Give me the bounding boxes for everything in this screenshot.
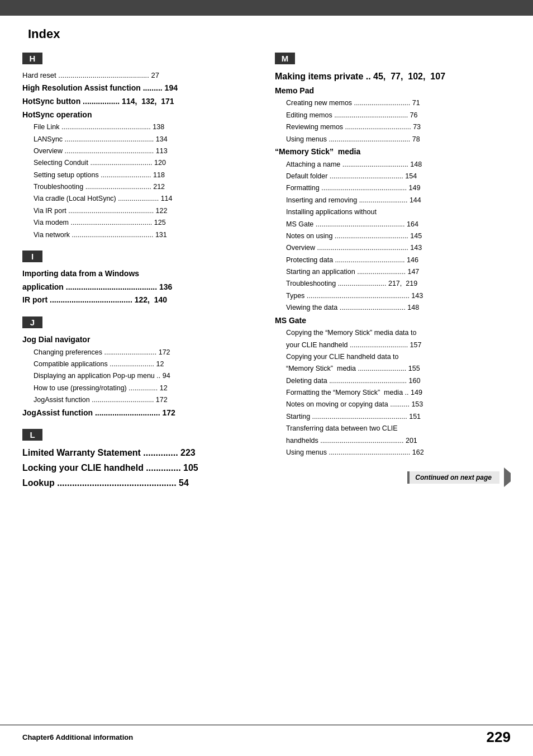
entry-copying-clie-2: “Memory Stick” media ...................… bbox=[275, 363, 511, 374]
section-header-l: L bbox=[22, 429, 42, 441]
entry-overview: Overview ...............................… bbox=[22, 146, 258, 157]
page-footer: Chapter6 Additional information 229 bbox=[0, 725, 533, 746]
chapter-desc: Additional information bbox=[54, 733, 133, 741]
entry-inserting-removing: Inserting and removing .................… bbox=[275, 195, 511, 206]
entry-ms-gate-main: MS Gate bbox=[275, 315, 511, 327]
entry-creating-memos: Creating new memos .....................… bbox=[275, 98, 511, 108]
entry-locking: Locking your CLIE handheld .............… bbox=[22, 461, 258, 475]
entry-starting-ms: Starting ...............................… bbox=[275, 412, 511, 422]
entry-limited-warranty: Limited Warranty Statement .............… bbox=[22, 446, 258, 460]
entry-troubleshooting-ms: Troubleshooting ........................… bbox=[275, 278, 511, 289]
entry-troubleshooting-h: Troubleshooting ........................… bbox=[22, 182, 258, 192]
entry-making-private: Making items private .. 45, 77, 102, 107 bbox=[275, 70, 511, 84]
entry-jogassist-main: JogAssist function .....................… bbox=[22, 407, 258, 419]
entry-hard-reset: Hard reset .............................… bbox=[22, 70, 258, 81]
entry-copying-ms-data-1: Copying the “Memory Stick” media data to bbox=[275, 328, 511, 338]
section-i: I Importing data from a Windows applicat… bbox=[22, 251, 258, 306]
entry-file-link: File Link ..............................… bbox=[22, 122, 258, 133]
section-header-h: H bbox=[22, 53, 42, 64]
entry-reviewing-memos: Reviewing memos ........................… bbox=[275, 122, 511, 133]
entry-importing-2: application ............................… bbox=[22, 281, 258, 294]
entry-formatting-ms: Formatting .............................… bbox=[275, 183, 511, 193]
top-bar bbox=[0, 0, 533, 16]
entry-copying-clie-1: Copying your CLIE handheld data to bbox=[275, 352, 511, 362]
entry-hotsync-op: HotSync operation bbox=[22, 109, 258, 121]
entry-memory-stick: “Memory Stick” media bbox=[275, 146, 511, 158]
entry-via-network: Via network ............................… bbox=[22, 230, 258, 240]
footer-page-number: 229 bbox=[487, 729, 511, 746]
entry-how-to-use: How to use (pressing/rotating) .........… bbox=[22, 383, 258, 394]
entry-via-ir: Via IR port ............................… bbox=[22, 206, 258, 216]
section-m: M Making items private .. 45, 77, 102, 1… bbox=[275, 53, 511, 484]
entry-selecting-conduit: Selecting Conduit ......................… bbox=[22, 158, 258, 168]
entry-protecting-data: Protecting data ........................… bbox=[275, 255, 511, 266]
entry-default-folder: Default folder .........................… bbox=[275, 171, 511, 182]
entry-installing-apps: Installing applications without bbox=[275, 207, 511, 218]
entry-transferring-2: handhelds ..............................… bbox=[275, 436, 511, 446]
section-header-j: J bbox=[22, 316, 42, 328]
section-j: J Jog Dial navigator Changing preference… bbox=[22, 316, 258, 419]
entry-attaching-name: Attaching a name .......................… bbox=[275, 159, 511, 170]
entry-memo-pad: Memo Pad bbox=[275, 85, 511, 97]
entry-using-menus-memo: Using menus ............................… bbox=[275, 134, 511, 145]
entry-lansync: LANSync ................................… bbox=[22, 134, 258, 145]
entry-jog-dial: Jog Dial navigator bbox=[22, 334, 258, 346]
continued-arrow bbox=[504, 467, 511, 487]
section-h: H Hard reset ...........................… bbox=[22, 53, 258, 240]
entry-jogassist-sub: JogAssist function .....................… bbox=[22, 395, 258, 405]
right-column: M Making items private .. 45, 77, 102, 1… bbox=[275, 53, 511, 500]
section-l: L Limited Warranty Statement ...........… bbox=[22, 429, 258, 490]
entry-types: Types ..................................… bbox=[275, 291, 511, 301]
entry-overview-ms: Overview ...............................… bbox=[275, 243, 511, 253]
entry-high-res: High Resolution Assist function ........… bbox=[22, 82, 258, 94]
page-title: Index bbox=[22, 27, 511, 41]
entry-setting-setup: Setting setup options ..................… bbox=[22, 170, 258, 181]
entry-via-cradle: Via cradle (Local HotSync) .............… bbox=[22, 193, 258, 204]
continued-text: Continued on next page bbox=[415, 474, 492, 481]
left-column: H Hard reset ...........................… bbox=[22, 53, 258, 500]
entry-using-menus-ms: Using menus ............................… bbox=[275, 447, 511, 458]
continued-box: Continued on next page bbox=[407, 471, 499, 484]
entry-compatible-apps: Compatible applications ................… bbox=[22, 359, 258, 370]
entry-via-modem: Via modem ..............................… bbox=[22, 218, 258, 228]
entry-hotsync-button: HotSync button ................. 114, 13… bbox=[22, 96, 258, 108]
entry-transferring-1: Transferring data between two CLIE bbox=[275, 423, 511, 434]
entry-copying-ms-data-2: your CLIE handheld .....................… bbox=[275, 340, 511, 351]
entry-importing-1: Importing data from a Windows bbox=[22, 268, 258, 280]
entry-viewing-data: Viewing the data .......................… bbox=[275, 303, 511, 313]
section-header-m: M bbox=[275, 53, 295, 64]
entry-notes-moving: Notes on moving or copying data ........… bbox=[275, 399, 511, 410]
chapter-label: Chapter6 bbox=[22, 733, 54, 741]
entry-formatting-ms2: Formatting the “Memory Stick” media .. 1… bbox=[275, 388, 511, 398]
continued-container: Continued on next page bbox=[275, 466, 511, 484]
entry-lookup: Lookup .................................… bbox=[22, 476, 258, 490]
entry-deleting-data: Deleting data ..........................… bbox=[275, 376, 511, 386]
entry-notes-on-using: Notes on using .........................… bbox=[275, 231, 511, 242]
footer-chapter: Chapter6 Additional information bbox=[22, 733, 133, 741]
section-header-i: I bbox=[22, 251, 42, 262]
two-column-layout: H Hard reset ...........................… bbox=[22, 53, 511, 500]
entry-starting-app: Starting an application ................… bbox=[275, 267, 511, 277]
entry-changing-prefs: Changing preferences ...................… bbox=[22, 347, 258, 358]
entry-displaying-popup: Displaying an application Pop-up menu ..… bbox=[22, 371, 258, 381]
page-container: Index H Hard reset .....................… bbox=[0, 16, 533, 534]
entry-ir-port: IR port ................................… bbox=[22, 294, 258, 306]
entry-ms-gate-sub: MS Gate ................................… bbox=[275, 219, 511, 230]
entry-editing-memos: Editing memos ..........................… bbox=[275, 110, 511, 121]
